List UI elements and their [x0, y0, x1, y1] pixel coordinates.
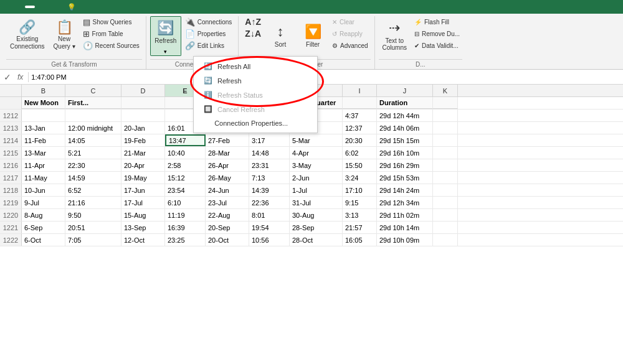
cell-k[interactable] [433, 159, 458, 171]
cell-e[interactable]: 2:58 [165, 159, 206, 171]
cell-j[interactable]: 29d 10h 14m [377, 222, 433, 233]
cell-i[interactable]: 12:37 [343, 122, 377, 134]
cell-h[interactable]: 2-Jun [290, 172, 343, 184]
cell-d[interactable]: 15-Aug [121, 209, 165, 221]
cell-i[interactable]: 4:37 [343, 110, 377, 121]
cell-f[interactable]: 24-Jun [206, 184, 249, 196]
cell-f[interactable]: 26-May [206, 172, 249, 184]
cell-g[interactable]: 8:01 [249, 209, 290, 221]
cell-d[interactable]: 20-Jan [121, 122, 165, 134]
formula-check-button[interactable]: ✓ [2, 72, 12, 82]
cell-b[interactable] [22, 110, 65, 121]
cell-f[interactable]: 22-Aug [206, 209, 249, 221]
cell-j[interactable]: 29d 14h 24m [377, 184, 433, 196]
cell-j[interactable]: 29d 15h 53m [377, 172, 433, 184]
cell-c[interactable]: 7:05 [65, 234, 121, 246]
cell-d[interactable] [121, 110, 165, 121]
cell-f[interactable]: 26-Apr [206, 159, 249, 171]
cell-h[interactable]: 4-Apr [290, 147, 343, 159]
cell-d[interactable]: 12-Oct [121, 234, 165, 246]
cell-k[interactable] [433, 234, 458, 246]
cell-j[interactable]: 29d 12h 44m [377, 110, 433, 121]
data-validation-button[interactable]: ✔ Data Validit... [412, 40, 462, 51]
cell-b[interactable]: 10-Jun [22, 184, 65, 196]
cell-h[interactable]: 28-Oct [290, 234, 343, 246]
cell-c[interactable] [65, 110, 121, 121]
cell-f[interactable]: 20-Oct [206, 234, 249, 246]
cell-b[interactable]: 6-Sep [22, 222, 65, 233]
cell-g[interactable]: 22:36 [249, 197, 290, 208]
cell-k[interactable] [433, 222, 458, 233]
clear-button[interactable]: ✕ Clear [330, 16, 370, 27]
cell-e[interactable]: 15:12 [165, 172, 206, 184]
cell-b[interactable]: 8-Aug [22, 209, 65, 221]
refresh-all-item[interactable]: 🔄 Refresh All [194, 59, 317, 73]
cell-k[interactable] [433, 122, 458, 134]
existing-connections-button[interactable]: 🔗 ExistingConnections [6, 16, 49, 55]
cell-c[interactable]: 20:51 [65, 222, 121, 233]
cell-g[interactable]: 10:56 [249, 234, 290, 246]
formula-input[interactable] [31, 73, 621, 81]
col-header-i[interactable]: I [343, 85, 377, 96]
cell-j[interactable]: 29d 16h 10m [377, 147, 433, 159]
cell-b[interactable]: 11-May [22, 172, 65, 184]
cell-e[interactable]: 16:39 [165, 222, 206, 233]
cell-c[interactable]: 9:50 [65, 209, 121, 221]
cell-c[interactable]: 6:52 [65, 184, 121, 196]
cell-d[interactable]: 17-Jun [121, 184, 165, 196]
cell-g[interactable]: 14:48 [249, 147, 290, 159]
refresh-main-button[interactable]: 🔄 Refresh [150, 16, 181, 47]
cell-i[interactable]: 20:30 [343, 134, 377, 146]
cell-e[interactable]: 11:19 [165, 209, 206, 221]
cell-e[interactable]: 6:10 [165, 197, 206, 208]
menu-formulas[interactable] [15, 6, 25, 8]
cell-b[interactable]: 13-Mar [22, 147, 65, 159]
menu-view[interactable] [45, 6, 55, 8]
filter-button[interactable]: 🔽 Filter [297, 16, 328, 55]
cell-f[interactable]: 28-Mar [206, 147, 249, 159]
properties-button[interactable]: 📄 Properties [183, 28, 235, 39]
cell-d[interactable]: 19-May [121, 172, 165, 184]
cell-j[interactable]: 29d 16h 29m [377, 159, 433, 171]
cell-g[interactable]: 14:39 [249, 184, 290, 196]
cell-i[interactable]: 9:15 [343, 197, 377, 208]
cell-e[interactable]: 23:25 [165, 234, 206, 246]
cell-k[interactable] [433, 134, 458, 146]
col-header-k[interactable]: K [433, 85, 458, 96]
cell-k[interactable] [433, 172, 458, 184]
refresh-item[interactable]: 🔄 Refresh [194, 73, 317, 88]
text-to-columns-button[interactable]: ⇢ Text toColumns [379, 16, 411, 55]
cell-c[interactable]: 21:16 [65, 197, 121, 208]
cell-j[interactable]: 29d 14h 06m [377, 122, 433, 134]
cell-g[interactable]: 19:54 [249, 222, 290, 233]
cell-k[interactable] [433, 110, 458, 121]
connections-button[interactable]: 🔌 Connections [183, 16, 235, 27]
sort-az-button[interactable]: A↑Z [242, 16, 264, 27]
cell-b[interactable]: 11-Feb [22, 134, 65, 146]
cell-b[interactable]: 13-Jan [22, 122, 65, 134]
connection-properties-item[interactable]: Connection Properties... [194, 116, 317, 130]
cell-c[interactable]: 14:05 [65, 134, 121, 146]
new-query-button[interactable]: 📋 NewQuery ▾ [50, 16, 79, 55]
reapply-button[interactable]: ↺ Reapply [330, 28, 370, 39]
sort-button[interactable]: ↕️ Sort [265, 16, 296, 55]
cell-b[interactable]: 11-Apr [22, 159, 65, 171]
cell-i[interactable]: 17:10 [343, 184, 377, 196]
cell-k[interactable] [433, 147, 458, 159]
cell-e[interactable]: 23:54 [165, 184, 206, 196]
cell-d[interactable]: 13-Sep [121, 222, 165, 233]
from-table-button[interactable]: ⊞ From Table [80, 28, 142, 39]
cell-k[interactable] [433, 184, 458, 196]
remove-dup-button[interactable]: ⊟ Remove Du... [412, 28, 462, 39]
col-header-b[interactable]: B [22, 85, 65, 96]
cell-h[interactable]: 1-Jul [290, 184, 343, 196]
cell-h[interactable]: 5-Mar [290, 134, 343, 146]
cell-h[interactable]: 3-May [290, 159, 343, 171]
col-header-d[interactable]: D [121, 85, 165, 96]
cell-c[interactable]: 22:30 [65, 159, 121, 171]
cell-i[interactable]: 15:50 [343, 159, 377, 171]
cell-i[interactable]: 6:02 [343, 147, 377, 159]
cell-b[interactable]: 9-Jul [22, 197, 65, 208]
cell-j[interactable]: 29d 12h 34m [377, 197, 433, 208]
cell-j[interactable]: 29d 10h 09m [377, 234, 433, 246]
